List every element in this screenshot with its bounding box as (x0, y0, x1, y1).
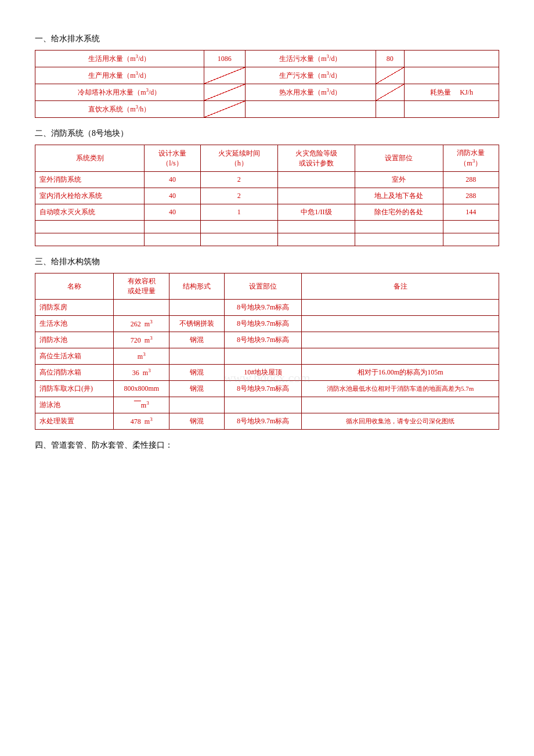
col-header: 备注 (302, 273, 499, 300)
table-row: 生活用水量（m3/d） 1086 生活污水量（m3/d） 80 (35, 51, 499, 67)
cell (35, 233, 145, 246)
cell: 钢混 (169, 332, 225, 348)
col-header: 系统类别 (35, 145, 145, 172)
cell: 钢混 (169, 365, 225, 381)
cell: 消防水池 (35, 332, 114, 348)
cell: 2 (200, 172, 277, 188)
cell: 高位消防水箱 (35, 365, 114, 381)
cell: 288 (443, 172, 499, 188)
cell: m3 (114, 348, 169, 365)
cell: 40 (145, 172, 200, 188)
col-header: 消防水量（m3） (443, 145, 499, 172)
cell (355, 221, 443, 233)
cell (302, 300, 499, 316)
cell: 288 (443, 188, 499, 204)
cell: 10#地块屋顶 (225, 365, 302, 381)
cell: 40 (145, 188, 200, 204)
cell (376, 101, 405, 118)
table-row: 消防泵房 8号地块9.7m标高 (35, 300, 499, 316)
cell: 8号地块9.7m标高 (225, 316, 302, 332)
cell: 消防水池最低水位相对于消防车道的地面高差为5.7m (302, 381, 499, 397)
cell: 室外消防系统 (35, 172, 145, 188)
col-header: 有效容积或处理量 (114, 273, 169, 300)
cell (277, 221, 355, 233)
col-header: 火灾延续时间（h） (200, 145, 277, 172)
cell: 除住宅外的各处 (355, 204, 443, 221)
table-row: 消防车取水口(井) 800x800mm 钢混 8号地块9.7m标高 消防水池最低… (35, 381, 499, 397)
cell (355, 233, 443, 246)
cell (145, 233, 200, 246)
section3-title: 三、给排水构筑物 (35, 257, 499, 267)
cell: 不锈钢拼装 (169, 316, 225, 332)
cell (35, 221, 145, 233)
cell: 高位生活水箱 (35, 348, 114, 365)
cell: 40 (145, 204, 200, 221)
cell-diagonal (204, 67, 246, 84)
section1-title: 一、给水排水系统 (35, 34, 499, 44)
table-row: 生活水池 262 m3 不锈钢拼装 8号地块9.7m标高 (35, 316, 499, 332)
cell: 游泳池 (35, 397, 114, 413)
table-row: 高位消防水箱 36 m3 钢混 10#地块屋顶 相对于16.00m的标高为105… (35, 365, 499, 381)
col-header: 设置部位 (355, 145, 443, 172)
cell: 478 m3 (114, 413, 169, 430)
cell: 热水用水量（m3/d） (246, 84, 376, 101)
table-row: 冷却塔补水用水量（m3/d） 热水用水量（m3/d） 耗热量 KJ/h (35, 84, 499, 101)
cell-diagonal (204, 84, 246, 101)
section2-title: 二、消防系统（8号地块） (35, 128, 499, 139)
cell: 地上及地下各处 (355, 188, 443, 204)
cell (225, 397, 302, 413)
cell (302, 397, 499, 413)
col-header: 设计水量（l/s） (145, 145, 200, 172)
cell: 循水回用收集池，请专业公司深化图纸 (302, 413, 499, 430)
col-header: 结构形式 (169, 273, 225, 300)
cell: 中危1/II级 (277, 204, 355, 221)
cell: m3 (114, 397, 169, 413)
cell (277, 233, 355, 246)
cell: 生产用水量（m3/d） (35, 67, 204, 84)
cell: 水处理装置 (35, 413, 114, 430)
cell: 8号地块9.7m标高 (225, 332, 302, 348)
cell (246, 101, 376, 118)
cell: 消防泵房 (35, 300, 114, 316)
table-fire-system: 系统类别 设计水量（l/s） 火灾延续时间（h） 火灾危险等级或设计参数 设置部… (35, 145, 499, 246)
table-structures: 名称 有效容积或处理量 结构形式 设置部位 备注 消防泵房 8号地块9.7m标高… (35, 273, 499, 430)
cell (302, 316, 499, 332)
cell: 直饮水系统（m3/h） (35, 101, 204, 118)
cell: 生活用水量（m3/d） (35, 51, 204, 67)
cell (277, 172, 355, 188)
cell (145, 221, 200, 233)
cell: 钢混 (169, 413, 225, 430)
cell-diagonal (376, 67, 405, 84)
table-row: 直饮水系统（m3/h） (35, 101, 499, 118)
cell (169, 348, 225, 365)
cell: 8号地块9.7m标高 (225, 381, 302, 397)
cell (302, 332, 499, 348)
cell: 1086 (204, 51, 246, 67)
cell: 室外 (355, 172, 443, 188)
cell: 消防车取水口(井) (35, 381, 114, 397)
cell: 800x800mm (114, 381, 169, 397)
cell (302, 348, 499, 365)
cell: 720 m3 (114, 332, 169, 348)
cell: 钢混 (169, 381, 225, 397)
cell: 36 m3 (114, 365, 169, 381)
cell: 耗热量 KJ/h (405, 84, 499, 101)
cell: 生活污水量（m3/d） (246, 51, 376, 67)
cell (405, 101, 499, 118)
table-row: 室外消防系统 40 2 室外 288 (35, 172, 499, 188)
section4-title: 四、管道套管、防水套管、柔性接口： (35, 440, 499, 451)
table-row: 高位生活水箱 m3 (35, 348, 499, 365)
col-header: 火灾危险等级或设计参数 (277, 145, 355, 172)
cell: 1 (200, 204, 277, 221)
col-header: 名称 (35, 273, 114, 300)
cell-diagonal (204, 101, 246, 118)
cell (443, 233, 499, 246)
table-header-row: 系统类别 设计水量（l/s） 火灾延续时间（h） 火灾危险等级或设计参数 设置部… (35, 145, 499, 172)
table-row: 室内消火栓给水系统 40 2 地上及地下各处 288 (35, 188, 499, 204)
cell (225, 348, 302, 365)
cell-diagonal (376, 84, 405, 101)
cell: 自动喷水灭火系统 (35, 204, 145, 221)
table-header-row: 名称 有效容积或处理量 结构形式 设置部位 备注 (35, 273, 499, 300)
cell: 生产污水量（m3/d） (246, 67, 376, 84)
table-water-system: 生活用水量（m3/d） 1086 生活污水量（m3/d） 80 生产用水量（m3… (35, 50, 499, 118)
